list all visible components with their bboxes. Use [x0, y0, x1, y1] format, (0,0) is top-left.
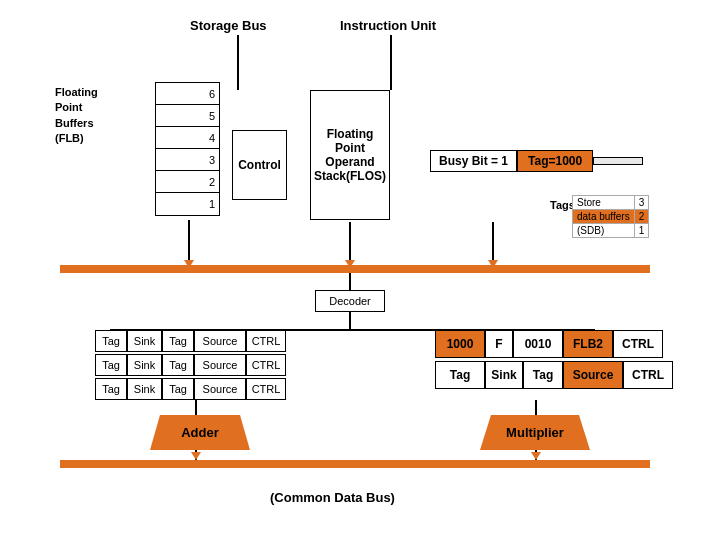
sdb-label: (SDB)	[573, 224, 635, 238]
decoded-source-b: Source	[563, 361, 623, 389]
tag-box: Tag=1000	[517, 150, 593, 172]
decoded-tag2-b: Tag	[523, 361, 563, 389]
decoded-tag-b: Tag	[435, 361, 485, 389]
instruction-unit-line	[390, 35, 392, 90]
decoded-top-row: 1000 F 0010 FLB2 CTRL	[435, 330, 673, 358]
flb-rows: 6 5 4 3 2 1	[155, 82, 220, 216]
flb-row-6: 6	[156, 83, 219, 105]
decoded-ctrl-top: CTRL	[613, 330, 663, 358]
flos-box: Floating Point Operand Stack(FLOS)	[310, 90, 390, 220]
instr-tag-2: Tag	[95, 354, 127, 376]
sdb-val: 1	[634, 224, 649, 238]
storage-bus-line	[237, 35, 239, 90]
instr-source-3: Source	[194, 378, 246, 400]
flos-arrow-down	[345, 260, 355, 268]
instr-row-3: Tag Sink Tag Source CTRL	[95, 378, 415, 400]
decoded-0010: 0010	[513, 330, 563, 358]
tag-extra-box	[593, 157, 643, 165]
control-box: Control	[232, 130, 287, 200]
instr-ctrl-2: CTRL	[246, 354, 286, 376]
instruction-unit-label: Instruction Unit	[340, 18, 436, 33]
instr-row-1: Tag Sink Tag Source CTRL	[95, 330, 415, 352]
multiplier-shape: Multiplier	[480, 415, 590, 450]
flb-row-5: 5	[156, 105, 219, 127]
flb-label: Floating Point Buffers (FLB)	[55, 85, 98, 147]
instr-ctrl-1: CTRL	[246, 330, 286, 352]
decoded-sink-b: Sink	[485, 361, 523, 389]
vline-decoder	[349, 273, 351, 290]
instruction-rows: Tag Sink Tag Source CTRL Tag Sink Tag So…	[95, 330, 415, 402]
tags-table-container: Store 3 data buffers 2 (SDB) 1	[572, 195, 649, 238]
adder-label: Adder	[181, 425, 219, 440]
cdb-label: (Common Data Bus)	[270, 490, 395, 505]
vline-decoder-down	[349, 312, 351, 330]
instr-source-2: Source	[194, 354, 246, 376]
adder-arrow	[191, 452, 201, 460]
store-val: 3	[634, 196, 649, 210]
instr-sink-2: Sink	[127, 354, 162, 376]
instr-tag2-1: Tag	[162, 330, 194, 352]
right-arrow-down	[488, 260, 498, 268]
instr-sink-1: Sink	[127, 330, 162, 352]
decoded-bottom-row: Tag Sink Tag Source CTRL	[435, 361, 673, 389]
instr-tag-3: Tag	[95, 378, 127, 400]
decoder-box: Decoder	[315, 290, 385, 312]
multiplier-label: Multiplier	[506, 425, 564, 440]
flb-row-1: 1	[156, 193, 219, 215]
dlb-label: data buffers	[573, 210, 635, 224]
instr-sink-3: Sink	[127, 378, 162, 400]
mult-arrow	[531, 452, 541, 460]
decoded-1000: 1000	[435, 330, 485, 358]
flb-row-3: 3	[156, 149, 219, 171]
adder-shape: Adder	[150, 415, 250, 450]
storage-bus-label: Storage Bus	[190, 18, 267, 33]
instr-row-2: Tag Sink Tag Source CTRL	[95, 354, 415, 376]
adder-container: Adder	[150, 415, 250, 450]
instr-source-1: Source	[194, 330, 246, 352]
decoded-flb2: FLB2	[563, 330, 613, 358]
instr-tag-1: Tag	[95, 330, 127, 352]
flb-row-2: 2	[156, 171, 219, 193]
orange-bus-top	[60, 265, 650, 273]
instr-tag2-3: Tag	[162, 378, 194, 400]
busy-tag-area: Busy Bit = 1 Tag=1000	[430, 150, 643, 172]
orange-bus-bottom	[60, 460, 650, 468]
dlb-val: 2	[634, 210, 649, 224]
decoded-f: F	[485, 330, 513, 358]
decoded-rows: 1000 F 0010 FLB2 CTRL Tag Sink Tag Sourc…	[435, 330, 673, 389]
instr-tag2-2: Tag	[162, 354, 194, 376]
busy-bit-box: Busy Bit = 1	[430, 150, 517, 172]
flb-arrow-down	[184, 260, 194, 268]
multiplier-container: Multiplier	[480, 415, 590, 450]
instr-ctrl-3: CTRL	[246, 378, 286, 400]
store-label: Store	[573, 196, 635, 210]
diagram: Storage Bus Instruction Unit Floating Po…	[0, 0, 720, 540]
flb-row-4: 4	[156, 127, 219, 149]
decoded-ctrl-b: CTRL	[623, 361, 673, 389]
